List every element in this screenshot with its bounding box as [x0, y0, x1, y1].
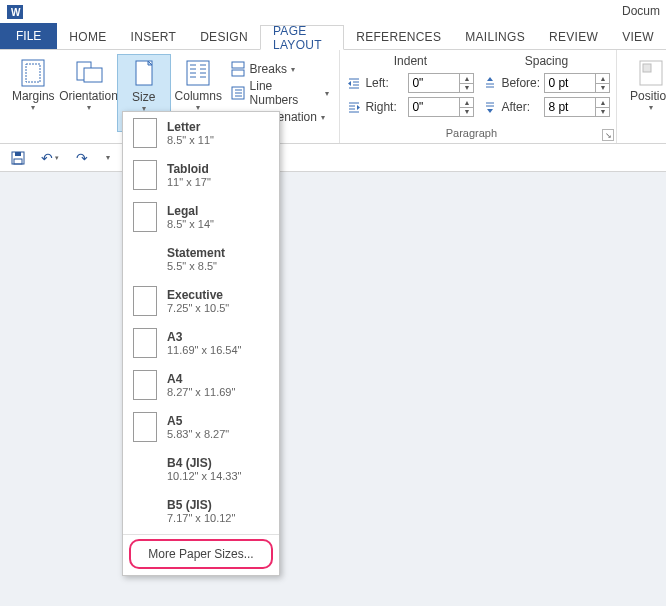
more-paper-sizes-button[interactable]: More Paper Sizes... — [129, 539, 273, 569]
orientation-icon — [74, 56, 104, 90]
svg-text:W: W — [11, 7, 21, 18]
tab-page-layout[interactable]: PAGE LAYOUT — [260, 25, 344, 50]
size-option-letter[interactable]: Letter8.5" x 11" — [123, 112, 279, 154]
save-button[interactable] — [8, 148, 28, 168]
spin-down-icon[interactable]: ▼ — [596, 83, 610, 94]
spacing-heading: Spacing — [482, 54, 610, 70]
tab-review[interactable]: REVIEW — [537, 24, 610, 49]
line-numbers-icon — [230, 85, 246, 101]
page-icon — [133, 160, 157, 190]
size-option-name: B5 (JIS) — [167, 498, 235, 512]
size-option-b5-jis-[interactable]: B5 (JIS)7.17" x 10.12" — [123, 490, 279, 532]
size-option-a5[interactable]: A55.83" x 8.27" — [123, 406, 279, 448]
app-icon: W — [4, 1, 26, 23]
size-option-executive[interactable]: Executive7.25" x 10.5" — [123, 280, 279, 322]
group-arrange: Position ▾ — [617, 50, 666, 143]
menu-separator — [123, 534, 279, 535]
size-option-name: Tabloid — [167, 162, 211, 176]
line-numbers-button[interactable]: Line Numbers ▾ — [228, 82, 332, 104]
margins-label: Margins — [12, 90, 55, 103]
spacing-after-input[interactable] — [544, 97, 596, 117]
undo-button[interactable]: ↶▾ — [40, 148, 60, 168]
spin-down-icon[interactable]: ▼ — [460, 107, 474, 118]
tab-insert[interactable]: INSERT — [119, 24, 189, 49]
page-icon — [133, 370, 157, 400]
size-option-statement[interactable]: Statement5.5" x 8.5" — [123, 238, 279, 280]
spin-down-icon[interactable]: ▼ — [596, 107, 610, 118]
size-option-dims: 7.17" x 10.12" — [167, 512, 235, 524]
spacing-before-input[interactable] — [544, 73, 596, 93]
spin-up-icon[interactable]: ▲ — [596, 97, 610, 107]
chevron-down-icon: ▾ — [649, 103, 653, 112]
window-title: Docum — [622, 4, 660, 18]
size-option-dims: 10.12" x 14.33" — [167, 470, 241, 482]
tab-home[interactable]: HOME — [57, 24, 118, 49]
indent-left-label: Left: — [365, 76, 405, 90]
svg-rect-3 — [26, 64, 40, 82]
chevron-down-icon: ▾ — [321, 113, 325, 122]
svg-rect-5 — [84, 68, 102, 82]
size-icon — [131, 57, 157, 91]
svg-rect-41 — [14, 159, 22, 164]
indent-right-spinner[interactable]: ▲▼ — [408, 97, 474, 117]
page-icon — [133, 454, 157, 484]
spacing-before-label: Before: — [501, 76, 541, 90]
size-option-dims: 11.69" x 16.54" — [167, 344, 241, 356]
spin-up-icon[interactable]: ▲ — [596, 73, 610, 83]
size-option-a4[interactable]: A48.27" x 11.69" — [123, 364, 279, 406]
orientation-button[interactable]: Orientation ▾ — [61, 54, 117, 132]
ribbon: Margins ▾ Orientation ▾ Size ▾ — [0, 50, 666, 144]
document-area — [0, 172, 666, 606]
line-numbers-label: Line Numbers — [250, 79, 322, 107]
svg-rect-17 — [232, 70, 244, 76]
size-label: Size — [132, 91, 155, 104]
size-option-tabloid[interactable]: Tabloid11" x 17" — [123, 154, 279, 196]
spacing-before-icon — [482, 76, 498, 90]
size-option-name: A3 — [167, 330, 241, 344]
tab-view[interactable]: VIEW — [610, 24, 666, 49]
chevron-down-icon: ▾ — [106, 153, 110, 162]
size-option-dims: 8.27" x 11.69" — [167, 386, 235, 398]
indent-heading: Indent — [346, 54, 474, 70]
spacing-after-label: After: — [501, 100, 541, 114]
page-icon — [133, 328, 157, 358]
margins-icon — [19, 56, 47, 90]
paragraph-dialog-launcher[interactable]: ↘ — [602, 129, 614, 141]
size-option-legal[interactable]: Legal8.5" x 14" — [123, 196, 279, 238]
size-option-name: Statement — [167, 246, 225, 260]
chevron-down-icon: ▾ — [291, 65, 295, 74]
indent-left-spinner[interactable]: ▲▼ — [408, 73, 474, 93]
quick-access-toolbar: ↶▾ ↷ ▾ — [0, 144, 666, 172]
tab-mailings[interactable]: MAILINGS — [453, 24, 537, 49]
size-option-name: Executive — [167, 288, 229, 302]
spin-down-icon[interactable]: ▼ — [460, 83, 474, 94]
columns-label: Columns — [175, 90, 222, 103]
spacing-before-spinner[interactable]: ▲▼ — [544, 73, 610, 93]
margins-button[interactable]: Margins ▾ — [6, 54, 61, 132]
size-option-name: A4 — [167, 372, 235, 386]
size-option-dims: 5.5" x 8.5" — [167, 260, 225, 272]
size-option-name: A5 — [167, 414, 229, 428]
redo-button[interactable]: ↷ — [72, 148, 92, 168]
size-option-name: Letter — [167, 120, 214, 134]
spin-up-icon[interactable]: ▲ — [460, 73, 474, 83]
group-paragraph: Indent Left: ▲▼ Right: ▲▼ Spacing Before… — [340, 50, 617, 143]
size-option-dims: 11" x 17" — [167, 176, 211, 188]
page-icon — [133, 118, 157, 148]
tab-references[interactable]: REFERENCES — [344, 24, 453, 49]
size-option-dims: 7.25" x 10.5" — [167, 302, 229, 314]
tab-file[interactable]: FILE — [0, 23, 57, 49]
chevron-down-icon: ▾ — [325, 89, 329, 98]
title-bar: W — [0, 0, 666, 24]
breaks-button[interactable]: Breaks ▾ — [228, 58, 332, 80]
indent-right-input[interactable] — [408, 97, 460, 117]
customize-qat-button[interactable]: ▾ — [98, 148, 118, 168]
spacing-after-spinner[interactable]: ▲▼ — [544, 97, 610, 117]
tab-design[interactable]: DESIGN — [188, 24, 260, 49]
size-option-a3[interactable]: A311.69" x 16.54" — [123, 322, 279, 364]
spacing-after-icon — [482, 100, 498, 114]
indent-left-input[interactable] — [408, 73, 460, 93]
chevron-down-icon: ▾ — [87, 103, 91, 112]
size-option-b4-jis-[interactable]: B4 (JIS)10.12" x 14.33" — [123, 448, 279, 490]
spin-up-icon[interactable]: ▲ — [460, 97, 474, 107]
